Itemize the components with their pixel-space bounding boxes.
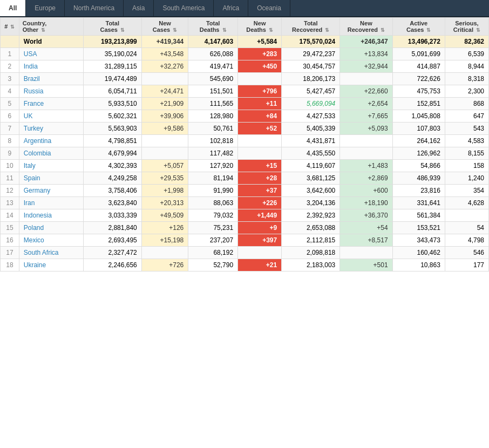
row-serious: 4,583 [445,135,488,147]
row-country[interactable]: South Africa [19,247,83,259]
tabs-container: All Europe North America Asia South Amer… [0,0,489,17]
row-total-deaths: 102,818 [188,135,238,147]
row-num: 9 [1,147,19,160]
row-new-cases [141,247,188,259]
row-country[interactable]: Italy [19,160,83,172]
row-new-deaths: +37 [238,185,282,197]
table-row: 9 Colombia 4,679,994 117,482 4,435,550 1… [1,147,489,160]
row-total-deaths: 91,990 [188,185,238,197]
tab-africa[interactable]: Africa [214,0,248,16]
row-new-deaths: +9 [238,222,282,234]
row-total-recovered: 5,405,339 [282,123,340,135]
row-country[interactable]: Poland [19,222,83,234]
col-header-new-cases[interactable]: NewCases ⇅ [141,18,188,36]
table-row: 12 Germany 3,758,406 +1,998 91,990 +37 3… [1,185,489,197]
row-serious: 543 [445,123,488,135]
row-serious: 647 [445,110,488,123]
table-row: 16 Mexico 2,693,495 +15,198 237,207 +397… [1,234,489,247]
row-country[interactable]: UK [19,110,83,123]
row-num: 14 [1,209,19,222]
world-label: World [19,36,83,48]
row-serious: 546 [445,247,488,259]
row-country[interactable]: Russia [19,85,83,98]
row-active-cases: 343,473 [392,234,445,247]
row-country[interactable]: USA [19,48,83,60]
row-total-cases: 19,474,489 [83,73,141,85]
row-total-cases: 2,693,495 [83,234,141,247]
row-total-deaths: 419,471 [188,60,238,73]
row-new-cases: +9,586 [141,123,188,135]
row-new-recovered [340,147,392,160]
row-country[interactable]: Ukraine [19,259,83,271]
tab-north-america[interactable]: North America [65,0,124,16]
tab-all[interactable]: All [0,0,26,16]
row-new-deaths: +11 [238,98,282,110]
row-total-cases: 4,798,851 [83,135,141,147]
row-new-cases: +24,471 [141,85,188,98]
row-total-deaths: 626,088 [188,48,238,60]
row-total-recovered: 2,392,923 [282,209,340,222]
row-new-recovered: +501 [340,259,392,271]
row-new-deaths: +1,449 [238,209,282,222]
row-new-deaths [238,247,282,259]
row-country[interactable]: Indonesia [19,209,83,222]
col-header-serious[interactable]: Serious,Critical ⇅ [445,18,488,36]
row-new-recovered: +5,093 [340,123,392,135]
row-serious: 6,539 [445,48,488,60]
row-new-recovered [340,73,392,85]
table-row: 2 India 31,289,115 +32,276 419,471 +450 … [1,60,489,73]
row-serious: 2,300 [445,85,488,98]
row-country[interactable]: France [19,98,83,110]
row-new-cases: +126 [141,222,188,234]
row-num: 10 [1,160,19,172]
row-country[interactable]: Iran [19,197,83,209]
col-header-country[interactable]: Country,Other ⇅ [19,18,83,36]
tab-europe[interactable]: Europe [26,0,65,16]
row-num: 7 [1,123,19,135]
row-new-cases: +29,535 [141,172,188,185]
tab-asia[interactable]: Asia [124,0,154,16]
row-active-cases: 10,863 [392,259,445,271]
tab-south-america[interactable]: South America [154,0,214,16]
row-active-cases: 264,162 [392,135,445,147]
row-new-recovered: +8,517 [340,234,392,247]
col-header-new-deaths[interactable]: NewDeaths ⇅ [238,18,282,36]
row-serious: 868 [445,98,488,110]
col-header-total-cases[interactable]: TotalCases ⇅ [83,18,141,36]
row-new-recovered [340,247,392,259]
col-header-active-cases[interactable]: ActiveCases ⇅ [392,18,445,36]
row-new-cases: +39,906 [141,110,188,123]
row-new-deaths: +52 [238,123,282,135]
row-total-cases: 4,302,393 [83,160,141,172]
row-total-recovered: 4,435,550 [282,147,340,160]
row-country[interactable]: Argentina [19,135,83,147]
row-country[interactable]: Germany [19,185,83,197]
row-country[interactable]: Mexico [19,234,83,247]
col-header-total-recovered[interactable]: TotalRecovered ⇅ [282,18,340,36]
row-new-deaths: +283 [238,48,282,60]
row-total-deaths: 52,790 [188,259,238,271]
row-serious: 8,944 [445,60,488,73]
col-header-total-deaths[interactable]: TotalDeaths ⇅ [188,18,238,36]
col-header-num[interactable]: # ⇅ [1,18,19,36]
row-total-recovered: 30,454,757 [282,60,340,73]
row-num: 5 [1,98,19,110]
row-serious: 4,628 [445,197,488,209]
row-country[interactable]: Colombia [19,147,83,160]
row-country[interactable]: Brazil [19,73,83,85]
row-serious: 1,240 [445,172,488,185]
row-total-deaths: 545,690 [188,73,238,85]
row-serious: 4,798 [445,234,488,247]
row-active-cases: 561,384 [392,209,445,222]
row-new-cases [141,147,188,160]
tab-oceania[interactable]: Oceania [248,0,290,16]
row-total-deaths: 81,194 [188,172,238,185]
col-header-new-recovered[interactable]: NewRecovered ⇅ [340,18,392,36]
row-total-recovered: 3,642,600 [282,185,340,197]
row-total-deaths: 117,482 [188,147,238,160]
row-country[interactable]: Turkey [19,123,83,135]
row-total-recovered: 5,669,094 [282,98,340,110]
world-serious: 82,362 [445,36,488,48]
row-country[interactable]: India [19,60,83,73]
row-country[interactable]: Spain [19,172,83,185]
